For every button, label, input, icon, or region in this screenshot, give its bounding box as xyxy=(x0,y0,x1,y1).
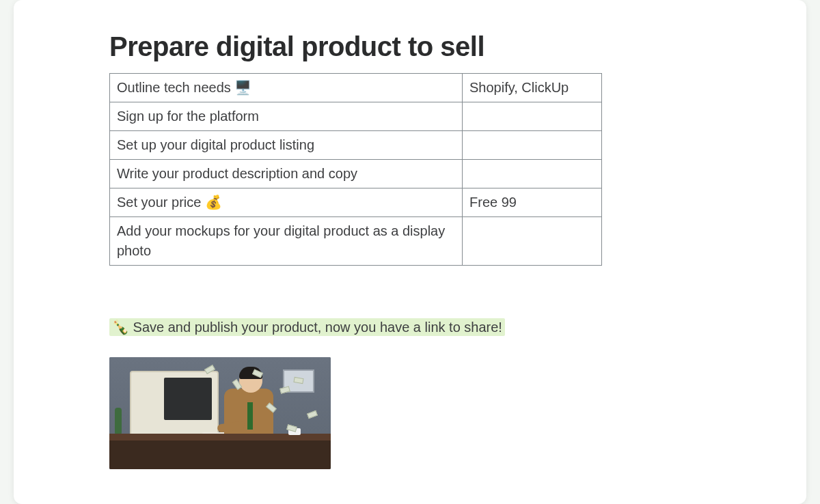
value-cell xyxy=(463,131,602,160)
table-row: Set your price 💰 Free 99 xyxy=(110,188,602,217)
table-row: Write your product description and copy xyxy=(110,160,602,188)
embedded-gif xyxy=(109,357,331,469)
task-cell: Outline tech needs 🖥️ xyxy=(110,74,463,102)
document-page: Prepare digital product to sell Outline … xyxy=(14,0,806,504)
page-title: Prepare digital product to sell xyxy=(109,31,711,62)
value-cell: Shopify, ClickUp xyxy=(463,74,602,102)
task-cell: Add your mockups for your digital produc… xyxy=(110,217,463,266)
value-cell xyxy=(463,217,602,266)
table-row: Set up your digital product listing xyxy=(110,131,602,160)
table-row: Sign up for the platform xyxy=(110,102,602,131)
task-cell: Write your product description and copy xyxy=(110,160,463,188)
task-cell: Sign up for the platform xyxy=(110,102,463,131)
task-cell: Set your price 💰 xyxy=(110,188,463,217)
table-row: Outline tech needs 🖥️ Shopify, ClickUp xyxy=(110,74,602,102)
champagne-icon: 🍾 xyxy=(112,320,129,335)
highlight-line: 🍾 Save and publish your product, now you… xyxy=(109,319,711,335)
value-cell xyxy=(463,102,602,131)
highlight-text: Save and publish your product, now you h… xyxy=(133,320,502,335)
value-cell xyxy=(463,160,602,188)
task-cell: Set up your digital product listing xyxy=(110,131,463,160)
value-cell: Free 99 xyxy=(463,188,602,217)
tasks-table: Outline tech needs 🖥️ Shopify, ClickUp S… xyxy=(109,73,602,266)
table-row: Add your mockups for your digital produc… xyxy=(110,217,602,266)
